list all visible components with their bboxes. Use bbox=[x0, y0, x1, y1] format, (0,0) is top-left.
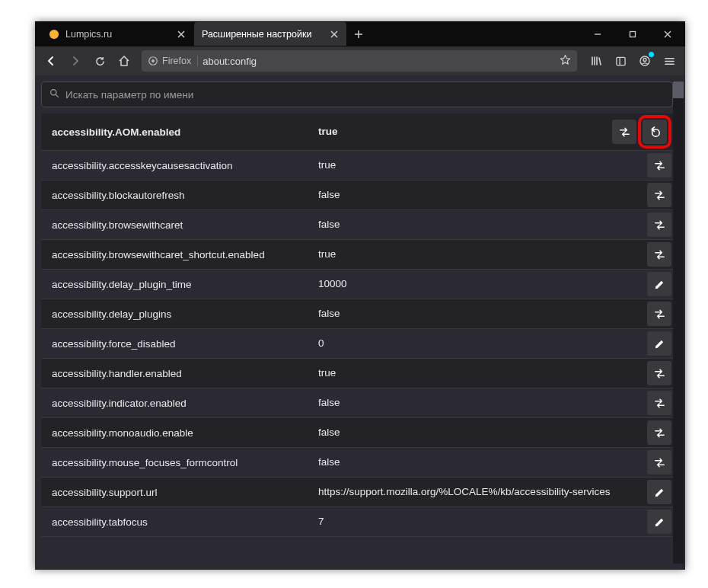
reset-button[interactable] bbox=[643, 120, 667, 144]
about-config: Искать параметр по имени accessibility.A… bbox=[41, 81, 673, 564]
reset-highlight bbox=[638, 115, 671, 149]
toggle-button[interactable] bbox=[647, 420, 671, 445]
titlebar: Lumpics.ru Расширенные настройки bbox=[35, 21, 685, 46]
toggle-button[interactable] bbox=[647, 213, 671, 237]
bookmark-star-icon[interactable] bbox=[560, 54, 571, 68]
edit-button[interactable] bbox=[647, 331, 671, 356]
pref-value: false bbox=[318, 452, 645, 472]
toggle-button[interactable] bbox=[612, 120, 636, 144]
pref-name: accessibility.browsewithcaret_shortcut.e… bbox=[52, 249, 318, 260]
pref-value: true bbox=[318, 155, 645, 175]
pref-row: accessibility.AOM.enabledtrue bbox=[41, 113, 673, 151]
menu-button[interactable] bbox=[658, 50, 681, 72]
pref-name: accessibility.AOM.enabled bbox=[52, 126, 318, 138]
account-button[interactable] bbox=[633, 50, 656, 72]
scroll-thumb[interactable] bbox=[673, 81, 684, 98]
navbar: Firefox about:config bbox=[35, 46, 685, 75]
svg-point-3 bbox=[151, 59, 155, 62]
pref-value: false bbox=[318, 393, 645, 413]
urlbar[interactable]: Firefox about:config bbox=[142, 50, 577, 72]
pref-row: accessibility.force_disabled0 bbox=[41, 329, 673, 359]
close-icon[interactable] bbox=[328, 28, 340, 40]
forward-button bbox=[64, 50, 87, 72]
prefs-list: accessibility.AOM.enabledtrueaccessibili… bbox=[41, 113, 673, 564]
pref-value: true bbox=[318, 363, 645, 383]
pref-row: accessibility.browsewithcaret_shortcut.e… bbox=[41, 240, 673, 270]
pref-row: accessibility.mouse_focuses_formcontrolf… bbox=[41, 448, 673, 478]
toggle-button[interactable] bbox=[647, 242, 671, 267]
url-text: about:config bbox=[203, 56, 257, 67]
favicon-icon bbox=[49, 29, 59, 40]
scrollbar[interactable] bbox=[673, 81, 684, 564]
pref-row: accessibility.delay_plugin_time10000 bbox=[41, 270, 673, 299]
tab-title: Lumpics.ru bbox=[65, 29, 171, 40]
pref-name: accessibility.blockautorefresh bbox=[52, 190, 318, 201]
pref-value: false bbox=[318, 423, 645, 443]
browser-window: Lumpics.ru Расширенные настройки bbox=[35, 21, 685, 570]
pref-name: accessibility.delay_plugin_time bbox=[52, 279, 318, 290]
toggle-button[interactable] bbox=[647, 183, 671, 207]
pref-row: accessibility.tabfocus7 bbox=[41, 507, 673, 537]
pref-row: accessibility.browsewithcaretfalse bbox=[41, 210, 673, 240]
pref-value: https://support.mozilla.org/%LOCALE%/kb/… bbox=[318, 482, 645, 502]
identity-box[interactable]: Firefox bbox=[148, 56, 198, 66]
pref-row: accessibility.delay_pluginsfalse bbox=[41, 299, 673, 329]
window-controls bbox=[580, 23, 685, 46]
toolbar-right bbox=[585, 50, 681, 72]
edit-button[interactable] bbox=[647, 272, 671, 296]
firefox-icon bbox=[148, 56, 158, 66]
sidebar-button[interactable] bbox=[609, 50, 632, 72]
pref-name: accessibility.browsewithcaret bbox=[52, 219, 318, 231]
tab-aboutconfig[interactable]: Расширенные настройки bbox=[194, 22, 346, 46]
toggle-button[interactable] bbox=[647, 361, 671, 385]
pref-name: accessibility.tabfocus bbox=[52, 516, 318, 528]
pref-value: false bbox=[318, 185, 645, 205]
pref-row: accessibility.accesskeycausesactivationt… bbox=[41, 151, 673, 181]
toggle-button[interactable] bbox=[647, 302, 671, 326]
pref-row: accessibility.support.urlhttps://support… bbox=[41, 478, 673, 507]
maximize-button[interactable] bbox=[615, 23, 650, 46]
pref-value: false bbox=[318, 215, 645, 235]
svg-point-7 bbox=[643, 59, 646, 62]
svg-point-0 bbox=[49, 29, 59, 38]
pref-value: false bbox=[318, 304, 645, 324]
new-tab-button[interactable] bbox=[347, 23, 370, 46]
pref-value: true bbox=[318, 122, 610, 142]
edit-button[interactable] bbox=[647, 480, 671, 504]
pref-name: accessibility.accesskeycausesactivation bbox=[52, 160, 318, 171]
pref-name: accessibility.support.url bbox=[52, 487, 318, 498]
pref-value: 0 bbox=[318, 334, 645, 353]
content-area: Искать параметр по имени accessibility.A… bbox=[35, 75, 685, 570]
close-icon[interactable] bbox=[175, 28, 187, 40]
pref-name: accessibility.handler.enabled bbox=[52, 368, 318, 379]
pref-name: accessibility.delay_plugins bbox=[52, 308, 318, 320]
library-button[interactable] bbox=[585, 50, 608, 72]
edit-button[interactable] bbox=[647, 510, 671, 534]
svg-rect-4 bbox=[616, 57, 624, 65]
home-button[interactable] bbox=[113, 50, 136, 72]
search-icon bbox=[49, 88, 59, 101]
pref-name: accessibility.indicator.enabled bbox=[52, 398, 318, 409]
pref-row: accessibility.blockautorefreshfalse bbox=[41, 181, 673, 210]
tab-lumpics[interactable]: Lumpics.ru bbox=[41, 22, 193, 46]
pref-name: accessibility.monoaudio.enable bbox=[52, 427, 318, 439]
tab-strip: Lumpics.ru Расширенные настройки bbox=[35, 21, 370, 46]
toggle-button[interactable] bbox=[647, 450, 671, 475]
toggle-button[interactable] bbox=[647, 391, 671, 415]
search-input[interactable]: Искать параметр по имени bbox=[41, 81, 673, 107]
pref-row: accessibility.handler.enabledtrue bbox=[41, 359, 673, 388]
pref-name: accessibility.mouse_focuses_formcontrol bbox=[52, 457, 318, 468]
toggle-button[interactable] bbox=[647, 153, 671, 177]
close-window-button[interactable] bbox=[650, 23, 685, 46]
svg-line-9 bbox=[56, 94, 58, 97]
back-button[interactable] bbox=[40, 50, 62, 72]
reload-button[interactable] bbox=[88, 50, 111, 72]
pref-value: 7 bbox=[318, 512, 645, 532]
minimize-button[interactable] bbox=[580, 23, 615, 46]
pref-name: accessibility.force_disabled bbox=[52, 338, 318, 350]
tab-title: Расширенные настройки bbox=[202, 29, 324, 40]
svg-rect-1 bbox=[630, 31, 636, 37]
identity-label: Firefox bbox=[162, 56, 191, 66]
search-placeholder: Искать параметр по имени bbox=[65, 89, 193, 101]
pref-row: accessibility.indicator.enabledfalse bbox=[41, 388, 673, 418]
